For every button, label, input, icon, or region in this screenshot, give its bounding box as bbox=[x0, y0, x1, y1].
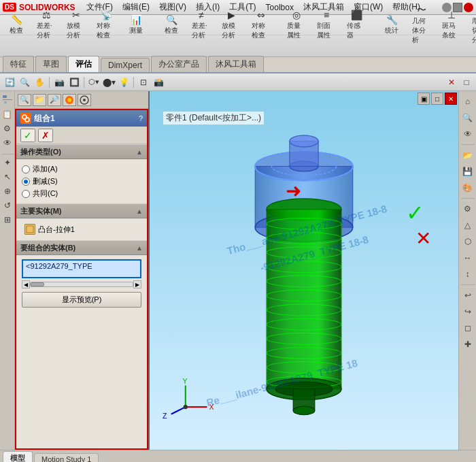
vp-light[interactable]: 💡 bbox=[117, 76, 131, 89]
combine-body-list[interactable]: <91292A279_TYPE bbox=[22, 259, 141, 278]
btab-motion[interactable]: Motion Study 1 bbox=[34, 453, 99, 462]
radio-subtract[interactable]: 删减(S) bbox=[22, 176, 141, 186]
sensor-icon: 📡 bbox=[101, 10, 112, 20]
svg-point-37 bbox=[293, 406, 315, 415]
tb-parting[interactable]: ⊥ 斑马条纹 bbox=[438, 8, 465, 42]
vp-ctrl-1[interactable]: ▣ bbox=[418, 93, 430, 105]
radio-add-label: 添加(A) bbox=[33, 164, 58, 174]
right-icon-box[interactable]: ◻ bbox=[460, 320, 475, 335]
tb-curvature[interactable]: 〜 几何体分析 bbox=[408, 3, 435, 46]
vp-render[interactable]: ⬤▾ bbox=[102, 76, 116, 89]
parting-icon: ⊥ bbox=[446, 10, 457, 20]
panel-actions: ✓ ✗ bbox=[16, 127, 147, 144]
right-icon-save[interactable]: 💾 bbox=[460, 164, 475, 179]
left-icon-select[interactable]: ↖ bbox=[1, 171, 14, 183]
tb-thickness[interactable]: ⬛ 传感器 bbox=[343, 8, 370, 42]
scroll-thumb[interactable] bbox=[31, 282, 44, 286]
left-icon-move[interactable]: ⊕ bbox=[1, 185, 14, 197]
right-icon-search[interactable]: 🔍 bbox=[460, 110, 475, 125]
tab-feature[interactable]: 特征 bbox=[3, 56, 34, 72]
radio-common-label: 共同(C) bbox=[33, 188, 58, 199]
radio-add-circle bbox=[22, 165, 30, 174]
svg-point-6 bbox=[83, 99, 86, 101]
panel-tb-search[interactable]: 🔍 bbox=[18, 94, 31, 106]
right-icon-undo[interactable]: ↩ bbox=[460, 288, 475, 303]
confirm-button[interactable]: ✓ bbox=[20, 129, 35, 142]
left-icon-scale[interactable]: ⊞ bbox=[1, 214, 14, 226]
right-icon-triangle[interactable]: △ bbox=[460, 218, 475, 233]
tb-sym[interactable]: ⇔ 对称检查 bbox=[248, 8, 275, 42]
btab-model[interactable]: 模型 bbox=[3, 451, 33, 462]
tab-dimxpert[interactable]: DimXpert bbox=[101, 58, 150, 72]
tb-input-diag[interactable]: 🔧 统计 bbox=[378, 13, 405, 37]
left-icon-property[interactable]: 📋 bbox=[1, 108, 14, 120]
right-icon-eye[interactable]: 👁 bbox=[460, 127, 475, 142]
tb-section[interactable]: ✂ 放模分析 bbox=[63, 8, 90, 42]
tb-zebra[interactable]: ≡ 剖面属性 bbox=[313, 8, 340, 42]
tb-mass[interactable]: ⚖ 差差·分析 bbox=[33, 8, 60, 42]
right-icon-home[interactable]: ⌂ bbox=[460, 94, 475, 109]
vp-section-view[interactable]: ⊡ bbox=[137, 76, 150, 89]
panel-tb-circle[interactable] bbox=[78, 94, 91, 106]
menu-view[interactable]: 视图(V) bbox=[155, 0, 190, 14]
panel-tb-tree[interactable]: 📁 bbox=[33, 94, 46, 106]
tb-geo[interactable]: ◎ 质量属性 bbox=[283, 8, 310, 42]
radio-common[interactable]: 共同(C) bbox=[22, 188, 141, 199]
operation-section-header[interactable]: 操作类型(O) ▲ bbox=[16, 144, 147, 159]
panel-tb-color[interactable] bbox=[63, 94, 76, 106]
tb-compare[interactable]: 📄 厚度切割分析 bbox=[468, 3, 476, 46]
tab-mufeng[interactable]: 沐风工具箱 bbox=[208, 56, 264, 72]
vp-ctrl-close[interactable]: ✕ bbox=[445, 93, 457, 105]
menu-edit[interactable]: 编辑(E) bbox=[118, 0, 154, 14]
vp-rotate[interactable]: 🔄 bbox=[3, 76, 16, 89]
right-icon-palette[interactable]: 🎨 bbox=[460, 180, 475, 195]
panel-top-toolbar: 🔍 📁 🔎 bbox=[15, 91, 148, 109]
combine-body-section-header[interactable]: 要组合的实体(B) ▲ bbox=[16, 240, 147, 255]
scroll-left[interactable]: ◀ bbox=[22, 280, 30, 288]
vp-view-ori[interactable]: 🔲 bbox=[67, 76, 81, 89]
right-icon-arrows-v[interactable]: ↕ bbox=[460, 267, 475, 282]
right-icon-redo[interactable]: ↪ bbox=[460, 304, 475, 319]
right-icon-arrows[interactable]: ↔ bbox=[460, 250, 475, 265]
left-icon-smart[interactable]: ✦ bbox=[1, 156, 14, 169]
vp-display[interactable]: ⬡▾ bbox=[87, 76, 101, 89]
vp-zoom[interactable]: 🔍 bbox=[18, 76, 31, 89]
vp-window-max[interactable]: □ bbox=[460, 76, 473, 89]
right-sep3 bbox=[461, 284, 475, 285]
tb-stat[interactable]: 📊 测量 bbox=[122, 13, 150, 37]
tb-measure[interactable]: 📏 检查 bbox=[3, 13, 30, 37]
vp-pan[interactable]: ✋ bbox=[33, 76, 46, 89]
left-icon-display[interactable]: 👁 bbox=[1, 137, 14, 149]
vp-camera[interactable]: 📸 bbox=[152, 76, 165, 89]
scroll-right[interactable]: ▶ bbox=[133, 280, 141, 288]
right-icon-folder[interactable]: 📂 bbox=[460, 148, 475, 163]
svg-point-34 bbox=[290, 135, 318, 147]
radio-subtract-circle bbox=[22, 178, 30, 186]
section-icon: ✂ bbox=[71, 10, 82, 20]
vp-window-close[interactable]: ✕ bbox=[445, 76, 458, 89]
left-icon-feature-tree[interactable] bbox=[1, 94, 14, 106]
tab-evaluate[interactable]: 评估 bbox=[68, 56, 99, 72]
sym-icon: ⇔ bbox=[256, 10, 267, 20]
vp-ctrl-2[interactable]: □ bbox=[431, 93, 443, 105]
preview-button[interactable]: 显示预览(P) bbox=[22, 292, 141, 308]
vp-standard-views[interactable]: 📷 bbox=[52, 76, 66, 89]
right-sep1 bbox=[461, 144, 475, 145]
tb-check[interactable]: 🔍 检查 bbox=[158, 13, 185, 37]
cancel-button[interactable]: ✗ bbox=[38, 129, 53, 142]
tab-sketch[interactable]: 草图 bbox=[35, 56, 67, 72]
tab-office[interactable]: 办公室产品 bbox=[151, 56, 207, 72]
radio-add[interactable]: 添加(A) bbox=[22, 164, 141, 174]
tb-sensor[interactable]: 📡 对称检查 bbox=[92, 8, 120, 42]
left-icon-config[interactable]: ⚙ bbox=[1, 122, 14, 135]
right-icon-hexagon[interactable]: ⬡ bbox=[460, 234, 475, 249]
tb-diff[interactable]: ≠ 差差·分析 bbox=[188, 8, 215, 42]
main-body-section-header[interactable]: 主要实体(M) ▲ bbox=[16, 203, 147, 218]
tb-simulate[interactable]: ▶ 放模分析 bbox=[218, 8, 245, 42]
main-body-title: 主要实体(M) bbox=[20, 206, 136, 216]
right-icon-plus[interactable]: ✚ bbox=[460, 337, 475, 352]
panel-help[interactable]: ? bbox=[139, 114, 143, 122]
panel-tb-filter[interactable]: 🔎 bbox=[48, 94, 61, 106]
right-icon-gear[interactable]: ⚙ bbox=[460, 201, 475, 216]
left-icon-rotate3d[interactable]: ↺ bbox=[1, 199, 14, 212]
